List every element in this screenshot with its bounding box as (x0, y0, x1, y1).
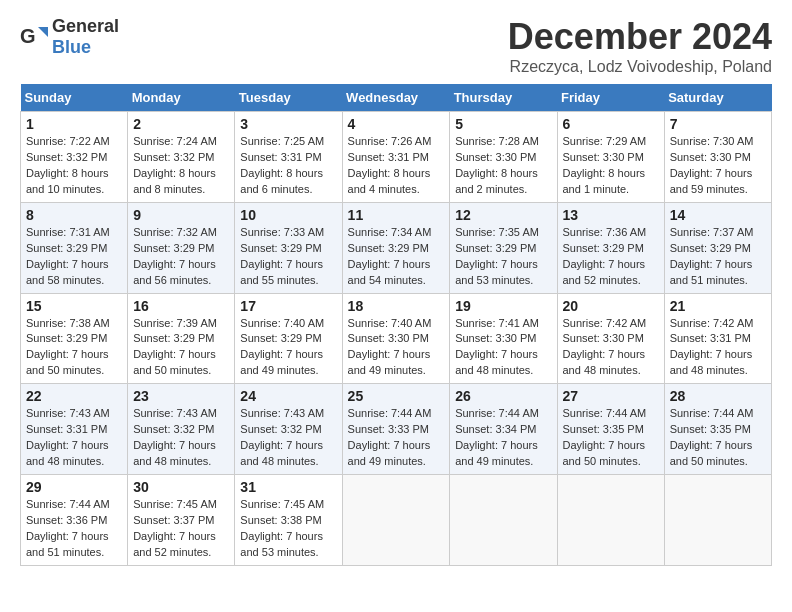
day-info: Sunrise: 7:42 AMSunset: 3:31 PMDaylight:… (670, 316, 766, 380)
calendar-cell: 28Sunrise: 7:44 AMSunset: 3:35 PMDayligh… (664, 384, 771, 475)
day-number: 17 (240, 298, 336, 314)
calendar-cell: 30Sunrise: 7:45 AMSunset: 3:37 PMDayligh… (128, 475, 235, 566)
logo: G General Blue (20, 16, 119, 58)
calendar-cell: 12Sunrise: 7:35 AMSunset: 3:29 PMDayligh… (450, 202, 557, 293)
weekday-header: Saturday (664, 84, 771, 112)
day-number: 11 (348, 207, 445, 223)
calendar-header-row: SundayMondayTuesdayWednesdayThursdayFrid… (21, 84, 772, 112)
calendar-table: SundayMondayTuesdayWednesdayThursdayFrid… (20, 84, 772, 566)
calendar-cell: 29Sunrise: 7:44 AMSunset: 3:36 PMDayligh… (21, 475, 128, 566)
calendar-cell: 11Sunrise: 7:34 AMSunset: 3:29 PMDayligh… (342, 202, 450, 293)
day-number: 27 (563, 388, 659, 404)
day-number: 6 (563, 116, 659, 132)
day-info: Sunrise: 7:30 AMSunset: 3:30 PMDaylight:… (670, 134, 766, 198)
calendar-cell: 13Sunrise: 7:36 AMSunset: 3:29 PMDayligh… (557, 202, 664, 293)
day-info: Sunrise: 7:33 AMSunset: 3:29 PMDaylight:… (240, 225, 336, 289)
day-number: 1 (26, 116, 122, 132)
calendar-cell: 1Sunrise: 7:22 AMSunset: 3:32 PMDaylight… (21, 112, 128, 203)
calendar-cell: 27Sunrise: 7:44 AMSunset: 3:35 PMDayligh… (557, 384, 664, 475)
calendar-cell: 5Sunrise: 7:28 AMSunset: 3:30 PMDaylight… (450, 112, 557, 203)
day-number: 15 (26, 298, 122, 314)
day-number: 3 (240, 116, 336, 132)
calendar-week-row: 22Sunrise: 7:43 AMSunset: 3:31 PMDayligh… (21, 384, 772, 475)
day-number: 22 (26, 388, 122, 404)
calendar-body: 1Sunrise: 7:22 AMSunset: 3:32 PMDaylight… (21, 112, 772, 566)
day-info: Sunrise: 7:45 AMSunset: 3:38 PMDaylight:… (240, 497, 336, 561)
logo-icon: G (20, 23, 48, 51)
subtitle: Rzeczyca, Lodz Voivodeship, Poland (508, 58, 772, 76)
day-number: 30 (133, 479, 229, 495)
day-info: Sunrise: 7:25 AMSunset: 3:31 PMDaylight:… (240, 134, 336, 198)
calendar-week-row: 1Sunrise: 7:22 AMSunset: 3:32 PMDaylight… (21, 112, 772, 203)
calendar-cell: 7Sunrise: 7:30 AMSunset: 3:30 PMDaylight… (664, 112, 771, 203)
day-number: 24 (240, 388, 336, 404)
day-info: Sunrise: 7:35 AMSunset: 3:29 PMDaylight:… (455, 225, 551, 289)
calendar-cell: 15Sunrise: 7:38 AMSunset: 3:29 PMDayligh… (21, 293, 128, 384)
day-info: Sunrise: 7:26 AMSunset: 3:31 PMDaylight:… (348, 134, 445, 198)
weekday-header: Wednesday (342, 84, 450, 112)
day-info: Sunrise: 7:29 AMSunset: 3:30 PMDaylight:… (563, 134, 659, 198)
weekday-header: Tuesday (235, 84, 342, 112)
calendar-cell (342, 475, 450, 566)
day-info: Sunrise: 7:22 AMSunset: 3:32 PMDaylight:… (26, 134, 122, 198)
day-number: 12 (455, 207, 551, 223)
day-info: Sunrise: 7:38 AMSunset: 3:29 PMDaylight:… (26, 316, 122, 380)
day-info: Sunrise: 7:44 AMSunset: 3:36 PMDaylight:… (26, 497, 122, 561)
day-info: Sunrise: 7:44 AMSunset: 3:35 PMDaylight:… (670, 406, 766, 470)
title-area: December 2024 Rzeczyca, Lodz Voivodeship… (508, 16, 772, 76)
day-info: Sunrise: 7:31 AMSunset: 3:29 PMDaylight:… (26, 225, 122, 289)
day-number: 2 (133, 116, 229, 132)
day-info: Sunrise: 7:43 AMSunset: 3:32 PMDaylight:… (240, 406, 336, 470)
day-info: Sunrise: 7:32 AMSunset: 3:29 PMDaylight:… (133, 225, 229, 289)
weekday-header: Monday (128, 84, 235, 112)
day-info: Sunrise: 7:24 AMSunset: 3:32 PMDaylight:… (133, 134, 229, 198)
day-number: 21 (670, 298, 766, 314)
calendar-cell: 24Sunrise: 7:43 AMSunset: 3:32 PMDayligh… (235, 384, 342, 475)
day-info: Sunrise: 7:40 AMSunset: 3:29 PMDaylight:… (240, 316, 336, 380)
day-info: Sunrise: 7:44 AMSunset: 3:35 PMDaylight:… (563, 406, 659, 470)
day-info: Sunrise: 7:36 AMSunset: 3:29 PMDaylight:… (563, 225, 659, 289)
calendar-cell: 14Sunrise: 7:37 AMSunset: 3:29 PMDayligh… (664, 202, 771, 293)
day-number: 26 (455, 388, 551, 404)
calendar-cell (557, 475, 664, 566)
day-info: Sunrise: 7:44 AMSunset: 3:33 PMDaylight:… (348, 406, 445, 470)
calendar-cell: 16Sunrise: 7:39 AMSunset: 3:29 PMDayligh… (128, 293, 235, 384)
day-number: 16 (133, 298, 229, 314)
day-info: Sunrise: 7:43 AMSunset: 3:32 PMDaylight:… (133, 406, 229, 470)
logo-general: General (52, 16, 119, 36)
logo-blue: Blue (52, 37, 91, 57)
calendar-cell: 23Sunrise: 7:43 AMSunset: 3:32 PMDayligh… (128, 384, 235, 475)
header: G General Blue December 2024 Rzeczyca, L… (20, 16, 772, 76)
weekday-header: Sunday (21, 84, 128, 112)
day-number: 7 (670, 116, 766, 132)
day-info: Sunrise: 7:44 AMSunset: 3:34 PMDaylight:… (455, 406, 551, 470)
calendar-week-row: 8Sunrise: 7:31 AMSunset: 3:29 PMDaylight… (21, 202, 772, 293)
calendar-cell: 17Sunrise: 7:40 AMSunset: 3:29 PMDayligh… (235, 293, 342, 384)
calendar-cell (664, 475, 771, 566)
calendar-cell: 9Sunrise: 7:32 AMSunset: 3:29 PMDaylight… (128, 202, 235, 293)
calendar-cell: 20Sunrise: 7:42 AMSunset: 3:30 PMDayligh… (557, 293, 664, 384)
day-number: 13 (563, 207, 659, 223)
day-number: 10 (240, 207, 336, 223)
day-number: 28 (670, 388, 766, 404)
calendar-cell: 31Sunrise: 7:45 AMSunset: 3:38 PMDayligh… (235, 475, 342, 566)
calendar-cell: 26Sunrise: 7:44 AMSunset: 3:34 PMDayligh… (450, 384, 557, 475)
calendar-cell: 10Sunrise: 7:33 AMSunset: 3:29 PMDayligh… (235, 202, 342, 293)
calendar-cell: 18Sunrise: 7:40 AMSunset: 3:30 PMDayligh… (342, 293, 450, 384)
day-info: Sunrise: 7:41 AMSunset: 3:30 PMDaylight:… (455, 316, 551, 380)
calendar-cell: 8Sunrise: 7:31 AMSunset: 3:29 PMDaylight… (21, 202, 128, 293)
day-info: Sunrise: 7:28 AMSunset: 3:30 PMDaylight:… (455, 134, 551, 198)
day-number: 25 (348, 388, 445, 404)
day-info: Sunrise: 7:45 AMSunset: 3:37 PMDaylight:… (133, 497, 229, 561)
day-number: 20 (563, 298, 659, 314)
day-number: 18 (348, 298, 445, 314)
day-number: 5 (455, 116, 551, 132)
day-info: Sunrise: 7:39 AMSunset: 3:29 PMDaylight:… (133, 316, 229, 380)
calendar-cell: 25Sunrise: 7:44 AMSunset: 3:33 PMDayligh… (342, 384, 450, 475)
day-number: 4 (348, 116, 445, 132)
calendar-cell (450, 475, 557, 566)
logo-text: General Blue (52, 16, 119, 58)
weekday-header: Thursday (450, 84, 557, 112)
day-info: Sunrise: 7:37 AMSunset: 3:29 PMDaylight:… (670, 225, 766, 289)
calendar-cell: 19Sunrise: 7:41 AMSunset: 3:30 PMDayligh… (450, 293, 557, 384)
